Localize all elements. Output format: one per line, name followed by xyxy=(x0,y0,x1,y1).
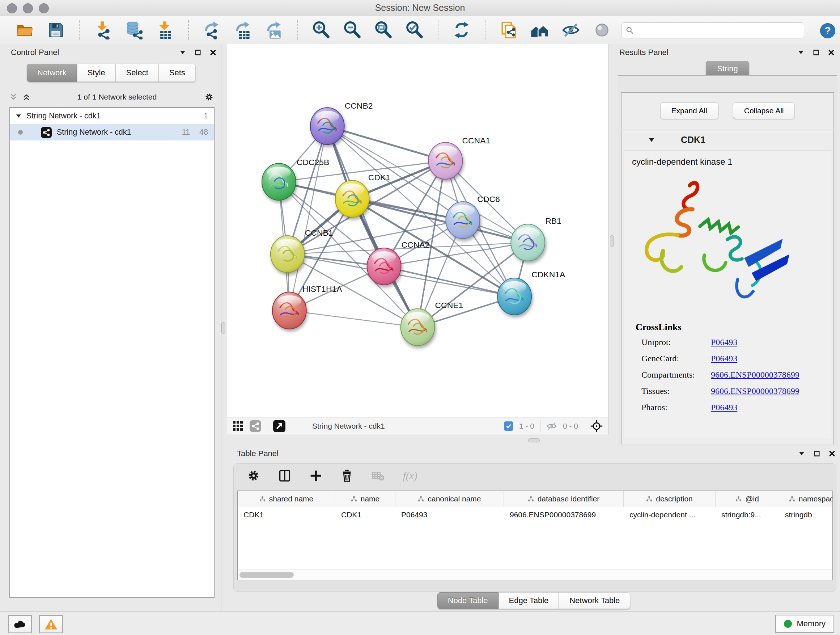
gear-icon[interactable] xyxy=(246,468,261,483)
zoom-fit-icon[interactable] xyxy=(374,21,393,40)
crosslink-link[interactable]: P06493 xyxy=(711,354,737,363)
trash-icon[interactable] xyxy=(339,468,355,483)
collapse-all-button[interactable]: Collapse All xyxy=(733,103,795,119)
panel-maximize-icon[interactable] xyxy=(813,50,819,55)
export-image-icon[interactable] xyxy=(265,21,284,40)
zoom-out-icon[interactable] xyxy=(343,21,362,40)
fx-icon[interactable]: f(x) xyxy=(401,468,417,483)
import-database-icon[interactable] xyxy=(125,21,143,40)
network-row[interactable]: String Network - cdk1 11 48 xyxy=(10,124,214,141)
node-RB1[interactable] xyxy=(511,224,545,261)
zoom-selected-icon[interactable] xyxy=(405,21,424,40)
hidden-eye-icon[interactable] xyxy=(546,421,557,432)
panel-maximize-icon[interactable] xyxy=(814,451,820,456)
scrollbar-thumb[interactable] xyxy=(240,572,294,578)
crosslink-link[interactable]: 9606.ENSP00000378699 xyxy=(711,386,799,396)
table-cell[interactable]: stringdb:9... xyxy=(715,507,779,523)
node-CCNB1[interactable] xyxy=(271,236,305,272)
node-CDK1[interactable] xyxy=(335,180,369,217)
left-splitter-handle[interactable] xyxy=(221,322,225,334)
tab-edge-table[interactable]: Edge Table xyxy=(499,592,559,609)
tab-string[interactable]: String xyxy=(706,61,749,77)
clone-network-icon[interactable] xyxy=(499,21,518,40)
panel-float-icon[interactable] xyxy=(180,50,186,55)
string-view-icon[interactable] xyxy=(249,420,261,432)
right-splitter-handle[interactable] xyxy=(610,235,614,247)
network-options-gear-icon[interactable] xyxy=(204,92,215,103)
crosslink-link[interactable]: P06493 xyxy=(711,402,737,412)
home-networks-icon[interactable] xyxy=(531,21,549,40)
node-CDC6[interactable] xyxy=(446,202,480,239)
table-cell[interactable]: stringdb xyxy=(779,507,833,523)
grid-view-icon[interactable] xyxy=(232,420,244,432)
table-cell[interactable]: 9606.ENSP00000378699 xyxy=(504,507,624,523)
crosslink-link[interactable]: 9606.ENSP00000378699 xyxy=(711,370,799,380)
node-CDC25B[interactable] xyxy=(262,163,296,200)
column-header-shared-name[interactable]: shared name xyxy=(238,491,335,507)
node-CCNA1[interactable] xyxy=(428,142,462,179)
birdseye-view-icon[interactable] xyxy=(273,420,286,432)
column-header-description[interactable]: description xyxy=(624,491,715,507)
expand-all-button[interactable]: Expand All xyxy=(660,103,718,119)
import-network-icon[interactable] xyxy=(93,21,112,40)
network-canvas[interactable]: CCNB2CCNA1CDC25BCDK1CDC6RB1CCNB1CCNA2CDK… xyxy=(227,44,608,417)
table-row[interactable]: CDK1CDK1P064939606.ENSP00000378699cyclin… xyxy=(238,507,832,523)
show-all-icon[interactable] xyxy=(592,21,611,40)
column-header-@id[interactable]: @id xyxy=(715,491,779,507)
table-cell[interactable]: CDK1 xyxy=(335,507,395,523)
selected-nodes-checkbox[interactable] xyxy=(504,421,513,431)
panel-float-icon[interactable] xyxy=(799,451,805,456)
table-horizontal-scrollbar[interactable] xyxy=(238,570,832,580)
panel-maximize-icon[interactable] xyxy=(195,50,201,55)
network-collection-row[interactable]: String Network - cdk1 1 xyxy=(10,108,214,124)
edge-ccna2-cdkn1a[interactable] xyxy=(384,266,515,296)
node-HIST1H1A[interactable] xyxy=(272,292,306,329)
hide-selected-icon[interactable] xyxy=(561,21,580,40)
open-folder-icon[interactable] xyxy=(15,21,34,40)
edge-hist1h1a-ccne1[interactable] xyxy=(289,310,418,327)
tab-sets[interactable]: Sets xyxy=(159,64,196,82)
export-network-icon[interactable] xyxy=(202,21,221,40)
expand-all-networks-icon[interactable] xyxy=(22,93,30,101)
table-cell[interactable]: CDK1 xyxy=(238,507,335,523)
delete-table-icon[interactable] xyxy=(370,468,386,483)
memory-button[interactable]: Memory xyxy=(775,615,834,633)
column-header-name[interactable]: name xyxy=(335,491,395,507)
search-input[interactable] xyxy=(638,26,799,35)
crosslink-link[interactable]: P06493 xyxy=(711,337,737,347)
zoom-in-icon[interactable] xyxy=(312,21,331,40)
table-cell[interactable]: cyclin-dependent ... xyxy=(624,507,715,523)
panel-float-icon[interactable] xyxy=(798,50,804,55)
horizontal-splitter-handle[interactable] xyxy=(528,439,540,442)
tab-select[interactable]: Select xyxy=(116,64,159,82)
edge-ccnb2-hist1h1a[interactable] xyxy=(289,126,327,310)
panel-close-icon[interactable] xyxy=(829,50,834,55)
panel-close-icon[interactable] xyxy=(210,50,216,55)
tab-network-table[interactable]: Network Table xyxy=(559,592,630,609)
node-CCNE1[interactable] xyxy=(401,309,435,346)
node-CCNB2[interactable] xyxy=(310,108,344,144)
column-header-namespace[interactable]: namespace xyxy=(779,491,833,507)
node-CDKN1A[interactable] xyxy=(497,278,531,315)
column-header-database-identifier[interactable]: database identifier xyxy=(504,491,624,507)
collection-expand-icon[interactable] xyxy=(16,114,21,118)
cloud-button[interactable] xyxy=(8,615,32,633)
export-table-icon[interactable] xyxy=(234,21,253,40)
save-icon[interactable] xyxy=(46,21,65,40)
table-cell[interactable]: P06493 xyxy=(395,507,504,523)
column-header-canonical-name[interactable]: canonical name xyxy=(395,491,504,507)
warnings-button[interactable] xyxy=(39,615,63,633)
edge-ccnb2-ccna1[interactable] xyxy=(327,126,446,161)
gene-entry-header[interactable]: CDK1 xyxy=(622,130,834,149)
columns-icon[interactable] xyxy=(277,468,292,483)
help-button[interactable]: ? xyxy=(820,23,835,38)
refresh-icon[interactable] xyxy=(452,21,471,40)
tab-node-table[interactable]: Node Table xyxy=(437,592,499,609)
tab-network[interactable]: Network xyxy=(27,64,77,82)
tab-style[interactable]: Style xyxy=(77,64,116,82)
collapse-all-networks-icon[interactable] xyxy=(9,93,17,101)
node-CCNA2[interactable] xyxy=(367,248,401,285)
search-box[interactable] xyxy=(621,22,804,38)
import-table-icon[interactable] xyxy=(156,21,174,40)
panel-close-icon[interactable] xyxy=(829,451,835,456)
